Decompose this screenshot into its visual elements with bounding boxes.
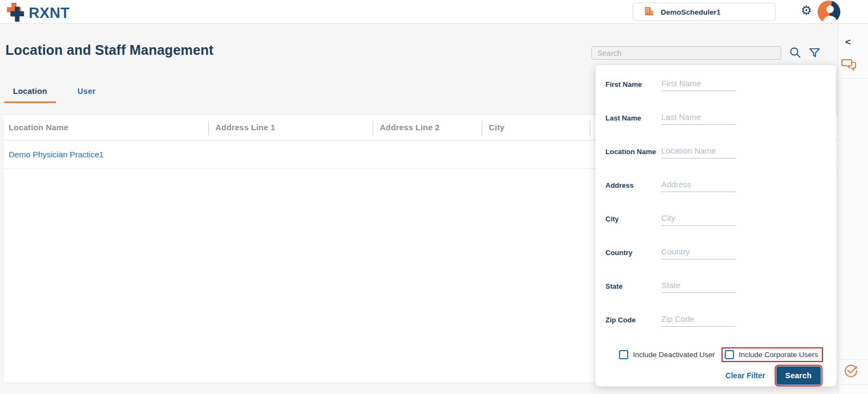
- person-icon: [818, 1, 840, 23]
- location-name-label: Location Name: [605, 148, 661, 156]
- filter-row-state: State: [605, 279, 836, 293]
- practice-selector[interactable]: DemoScheduler1: [633, 3, 776, 21]
- zip-code-label: Zip Code: [605, 316, 661, 324]
- rail-divider: [839, 78, 868, 79]
- state-label: State: [605, 282, 661, 290]
- col-header-city: City: [482, 123, 590, 132]
- rail-divider: [839, 359, 868, 360]
- filter-funnel-icon[interactable]: [808, 47, 821, 61]
- state-input[interactable]: [661, 279, 736, 293]
- filter-row-address: Address: [605, 179, 836, 192]
- filter-row-country: Country: [605, 246, 836, 259]
- first-name-label: First Name: [605, 80, 661, 88]
- location-link[interactable]: Demo Physician Practice1: [4, 150, 104, 159]
- zip-code-input[interactable]: [661, 313, 736, 327]
- address-label: Address: [605, 181, 661, 189]
- page-title: Location and Staff Management: [5, 42, 214, 58]
- city-input[interactable]: [661, 212, 736, 226]
- tab-user[interactable]: User: [69, 82, 104, 103]
- last-name-label: Last Name: [605, 114, 661, 122]
- right-sidebar: <: [838, 24, 868, 394]
- tab-location[interactable]: Location: [4, 82, 56, 103]
- first-name-input[interactable]: [661, 78, 736, 91]
- filter-row-first-name: First Name: [605, 78, 836, 91]
- search-input[interactable]: [591, 46, 781, 60]
- rail-divider: [839, 384, 868, 385]
- filter-actions: Clear Filter Search: [596, 366, 836, 385]
- brand-wordmark: RXNT: [29, 5, 70, 22]
- clear-filter-link[interactable]: Clear Filter: [725, 371, 765, 380]
- last-name-input[interactable]: [661, 111, 736, 125]
- filter-row-location-name: Location Name: [605, 145, 836, 158]
- filter-row-last-name: Last Name: [605, 111, 836, 124]
- filter-panel: First Name Last Name Location Name Addre…: [596, 65, 836, 386]
- rxnt-logo[interactable]: RXNT: [5, 2, 70, 24]
- practice-name: DemoScheduler1: [661, 8, 720, 16]
- gear-icon[interactable]: ⚙: [801, 3, 812, 17]
- collapse-chevron-icon[interactable]: <: [845, 37, 851, 48]
- building-icon: [644, 6, 654, 18]
- col-header-location-name: Location Name: [4, 123, 208, 132]
- filter-search-button[interactable]: Search: [776, 366, 821, 385]
- tab-bar: Location User: [4, 82, 104, 103]
- filter-row-zip-code: Zip Code: [605, 313, 836, 326]
- include-corporate-users-group: Include Corporate Users: [722, 347, 823, 362]
- chat-bubbles-icon[interactable]: [841, 56, 857, 75]
- rxnt-cross-icon: [5, 2, 25, 24]
- country-label: Country: [605, 249, 661, 257]
- include-deactivated-user-group: Include Deactivated User: [619, 350, 715, 359]
- checkbox-row: Include Deactivated User Include Corpora…: [596, 347, 836, 362]
- include-deactivated-user-checkbox[interactable]: [619, 350, 628, 359]
- filter-row-city: City: [605, 212, 836, 225]
- user-avatar[interactable]: [818, 1, 840, 23]
- include-deactivated-user-label: Include Deactivated User: [633, 351, 715, 359]
- check-circle-icon[interactable]: [844, 364, 858, 380]
- col-header-address-line-2: Address Line 2: [373, 123, 482, 132]
- include-corporate-users-label: Include Corporate Users: [739, 351, 818, 359]
- include-corporate-users-checkbox[interactable]: [725, 350, 734, 359]
- col-header-address-line-1: Address Line 1: [208, 123, 373, 132]
- location-name-input[interactable]: [661, 145, 736, 158]
- address-input[interactable]: [661, 179, 736, 192]
- city-label: City: [605, 215, 661, 223]
- search-icon[interactable]: [789, 46, 802, 61]
- top-header-bar: RXNT DemoScheduler1 ⚙: [0, 0, 868, 24]
- country-input[interactable]: [661, 246, 736, 259]
